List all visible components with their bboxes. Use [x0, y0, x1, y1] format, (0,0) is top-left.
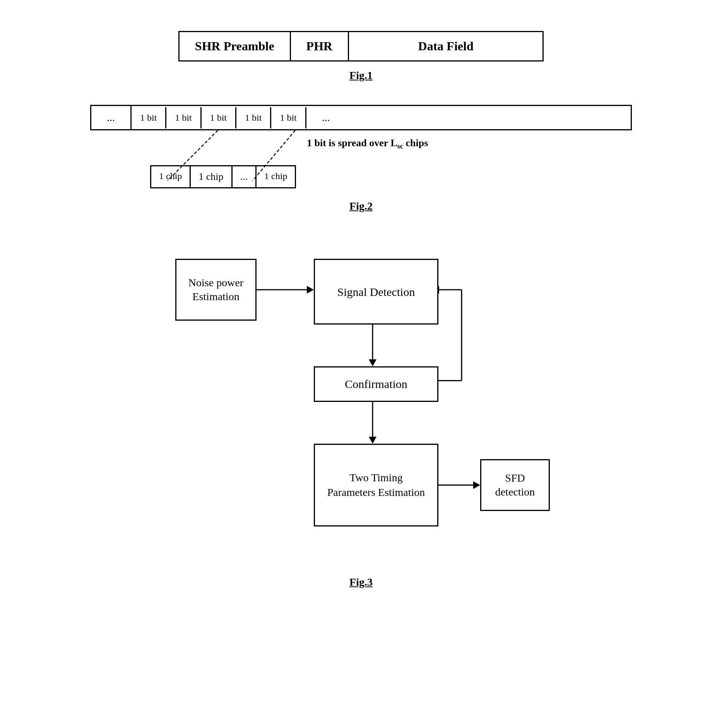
fig3-label: Fig.3: [349, 576, 373, 588]
fig2-bit-5: 1 bit: [271, 107, 306, 128]
timing-params-label: Two Timing Parameters Estimation: [327, 470, 426, 500]
fig2-container: ... 1 bit 1 bit 1 bit 1 bit 1 bit ... 1 …: [90, 105, 632, 228]
fig2-bit-2: 1 bit: [166, 107, 201, 128]
timing-params-box: Two Timing Parameters Estimation: [314, 444, 438, 526]
fig2-dots-right: ...: [306, 106, 631, 129]
fig2-top-row: ... 1 bit 1 bit 1 bit 1 bit 1 bit ...: [90, 105, 632, 130]
fig2-bit-4: 1 bit: [236, 107, 271, 128]
fig1-shr-label: SHR Preamble: [195, 39, 274, 53]
fig1-data-cell: Data Field: [349, 32, 542, 60]
fig2-bit-3: 1 bit: [202, 107, 236, 128]
svg-marker-7: [369, 437, 376, 444]
noise-power-box: Noise power Estimation: [175, 259, 257, 321]
fig1-label: Fig.1: [349, 69, 373, 82]
fig1-container: SHR Preamble PHR Data Field Fig.1: [129, 31, 593, 97]
noise-power-label: Noise power Estimation: [188, 276, 244, 304]
fig2-label: Fig.2: [349, 200, 373, 212]
fig2-chip-last: 1 chip: [257, 166, 295, 187]
confirmation-label: Confirmation: [345, 378, 407, 391]
fig2-chip-dots: ...: [233, 166, 257, 187]
fig1-phr-label: PHR: [306, 39, 333, 53]
fig2-dots-left: ...: [91, 106, 132, 129]
fig1-table: SHR Preamble PHR Data Field: [178, 31, 544, 62]
fig2-bit-1: 1 bit: [132, 107, 166, 128]
fig3-container: Noise power Estimation Signal Detection …: [129, 239, 593, 604]
sfd-detection-box: SFD detection: [480, 459, 550, 511]
confirmation-box: Confirmation: [314, 366, 438, 402]
signal-detection-label: Signal Detection: [337, 284, 415, 299]
svg-marker-13: [473, 481, 480, 489]
fig1-shr-cell: SHR Preamble: [180, 32, 291, 60]
fig2-chips-row: 1 chip 1 chip ... 1 chip: [150, 165, 296, 192]
fig2-chip-1: 1 chip: [151, 166, 191, 187]
fig2-annotation: 1 bit is spread over Lsc chips: [307, 137, 428, 150]
fig2-dashed-lines-area: 1 bit is spread over Lsc chips 1 chip 1 …: [90, 130, 632, 192]
fig1-data-label: Data Field: [418, 39, 474, 53]
fig1-phr-cell: PHR: [291, 32, 349, 60]
svg-marker-3: [307, 286, 314, 294]
signal-detection-box: Signal Detection: [314, 259, 438, 325]
svg-marker-5: [369, 359, 376, 366]
fig2-chip-2: 1 chip: [191, 166, 232, 187]
fig3-wrapper: Noise power Estimation Signal Detection …: [168, 239, 554, 572]
sfd-detection-label: SFD detection: [493, 471, 537, 499]
